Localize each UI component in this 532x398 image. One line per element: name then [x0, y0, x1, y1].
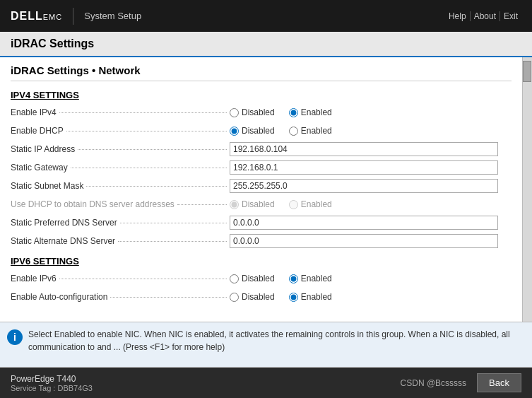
enable-ipv6-disabled-radio[interactable] — [230, 274, 239, 283]
dots — [59, 112, 227, 113]
enable-ipv4-label: Enable IPv4 — [11, 107, 230, 117]
dots — [66, 131, 227, 131]
enable-ipv4-label-text: Enable IPv4 — [11, 107, 57, 117]
enable-ipv4-row: Enable IPv4 Disabled Enabled — [11, 105, 512, 120]
enable-ipv6-row: Enable IPv6 Disabled Enabled — [11, 271, 512, 286]
dots — [86, 186, 227, 187]
enable-dhcp-label-text: Enable DHCP — [11, 126, 64, 136]
static-ip-input[interactable] — [230, 142, 498, 156]
static-gateway-label: Static Gateway — [11, 163, 230, 172]
scroll-content[interactable]: iDRAC Settings • Network IPV4 SETTINGS E… — [0, 57, 522, 322]
preferred-dns-label: Static Preferred DNS Server — [11, 218, 230, 228]
enable-ipv4-disabled-radio[interactable] — [230, 108, 239, 117]
alternate-dns-label: Static Alternate DNS Server — [11, 236, 230, 246]
alternate-dns-row: Static Alternate DNS Server — [11, 233, 512, 249]
dots — [120, 223, 227, 223]
enable-dhcp-radio-group: Disabled Enabled — [230, 126, 332, 136]
help-panel: i Select Enabled to enable NIC. When NIC… — [0, 322, 532, 368]
auto-config-label: Enable Auto-configuration — [11, 292, 230, 302]
scroll-thumb[interactable] — [523, 61, 531, 82]
enable-dhcp-label: Enable DHCP — [11, 126, 230, 136]
dhcp-dns-value: Disabled Enabled — [230, 199, 512, 209]
enable-ipv6-label-text: Enable IPv6 — [11, 274, 57, 283]
dell-text: DELL — [11, 10, 43, 22]
enable-dhcp-enabled-radio[interactable] — [289, 127, 298, 136]
static-gateway-value — [230, 160, 512, 175]
enable-ipv6-enabled-label: Enabled — [301, 274, 332, 283]
enable-dhcp-disabled-radio[interactable] — [230, 127, 239, 136]
static-gateway-label-text: Static Gateway — [11, 163, 68, 172]
header-links: Help About Exit — [445, 11, 521, 21]
dhcp-dns-enabled-option: Enabled — [289, 199, 332, 209]
static-subnet-value — [230, 179, 512, 193]
static-subnet-label-text: Static Subnet Mask — [11, 181, 83, 191]
emc-text: EMC — [43, 13, 62, 21]
dhcp-dns-disabled-label: Disabled — [242, 199, 275, 209]
help-link[interactable]: Help — [445, 11, 471, 21]
enable-dhcp-value: Disabled Enabled — [230, 126, 512, 136]
auto-config-enabled-radio[interactable] — [289, 293, 298, 302]
auto-config-enabled-option[interactable]: Enabled — [289, 292, 332, 302]
enable-ipv6-value: Disabled Enabled — [230, 274, 512, 283]
service-tag: Service Tag : DBB74G3 — [11, 384, 401, 392]
auto-config-disabled-label: Disabled — [242, 292, 275, 302]
csdn-text: CSDN @Bcsssss — [401, 378, 467, 388]
ipv6-section-title: IPV6 SETTINGS — [11, 256, 512, 267]
enable-dhcp-row: Enable DHCP Disabled Enabled — [11, 123, 512, 139]
enable-ipv6-enabled-option[interactable]: Enabled — [289, 274, 332, 283]
alternate-dns-input[interactable] — [230, 234, 498, 248]
system-setup-title: System Setup — [84, 11, 445, 21]
dots — [118, 241, 227, 242]
back-button[interactable]: Back — [477, 373, 521, 392]
enable-ipv4-disabled-label: Disabled — [242, 107, 275, 117]
header-divider — [73, 8, 73, 25]
auto-config-radio-group: Disabled Enabled — [230, 292, 332, 302]
exit-link[interactable]: Exit — [500, 11, 521, 21]
enable-ipv4-enabled-radio[interactable] — [289, 108, 298, 117]
page-header: iDRAC Settings — [0, 32, 532, 57]
static-ip-row: Static IP Address — [11, 141, 512, 157]
help-icon: i — [7, 329, 23, 345]
status-bar-info: PowerEdge T440 Service Tag : DBB74G3 — [11, 374, 401, 392]
dhcp-dns-disabled-option: Disabled — [230, 199, 275, 209]
dots — [110, 297, 227, 298]
enable-ipv4-enabled-option[interactable]: Enabled — [289, 107, 332, 117]
static-gateway-input[interactable] — [230, 160, 498, 175]
enable-ipv6-disabled-label: Disabled — [242, 274, 275, 283]
main-wrapper: iDRAC Settings iDRAC Settings • Network … — [0, 32, 532, 368]
dots — [59, 279, 227, 279]
static-subnet-input[interactable] — [230, 179, 498, 193]
scroll-rail[interactable] — [522, 57, 532, 322]
enable-dhcp-enabled-label: Enabled — [301, 126, 332, 136]
preferred-dns-input[interactable] — [230, 216, 498, 230]
auto-config-disabled-option[interactable]: Disabled — [230, 292, 275, 302]
content-area: iDRAC Settings • Network IPV4 SETTINGS E… — [0, 57, 532, 322]
status-bar: PowerEdge T440 Service Tag : DBB74G3 CSD… — [0, 368, 532, 398]
enable-ipv6-label: Enable IPv6 — [11, 274, 230, 283]
preferred-dns-label-text: Static Preferred DNS Server — [11, 218, 117, 228]
dhcp-dns-enabled-radio — [289, 200, 298, 209]
dots — [78, 149, 227, 150]
section-page-title: iDRAC Settings • Network — [11, 64, 512, 81]
static-ip-label-text: Static IP Address — [11, 144, 75, 154]
about-link[interactable]: About — [471, 11, 500, 21]
model-name: PowerEdge T440 — [11, 374, 401, 384]
auto-config-disabled-radio[interactable] — [230, 293, 239, 302]
auto-config-enabled-label: Enabled — [301, 292, 332, 302]
alternate-dns-label-text: Static Alternate DNS Server — [11, 236, 115, 246]
enable-dhcp-disabled-option[interactable]: Disabled — [230, 126, 275, 136]
enable-ipv6-disabled-option[interactable]: Disabled — [230, 274, 275, 283]
enable-dhcp-enabled-option[interactable]: Enabled — [289, 126, 332, 136]
enable-ipv4-disabled-option[interactable]: Disabled — [230, 107, 275, 117]
enable-ipv6-enabled-radio[interactable] — [289, 274, 298, 283]
dhcp-dns-disabled-radio — [230, 200, 239, 209]
static-subnet-row: Static Subnet Mask — [11, 178, 512, 194]
ipv4-section-title: IPV4 SETTINGS — [11, 90, 512, 100]
dhcp-dns-enabled-label: Enabled — [301, 199, 332, 209]
enable-dhcp-disabled-label: Disabled — [242, 126, 275, 136]
dhcp-dns-label-text: Use DHCP to obtain DNS server addresses — [11, 199, 175, 209]
static-gateway-row: Static Gateway — [11, 160, 512, 175]
top-bar: DELLEMC System Setup Help About Exit — [0, 0, 532, 32]
page-header-title: iDRAC Settings — [11, 37, 521, 50]
dhcp-dns-row: Use DHCP to obtain DNS server addresses … — [11, 197, 512, 212]
